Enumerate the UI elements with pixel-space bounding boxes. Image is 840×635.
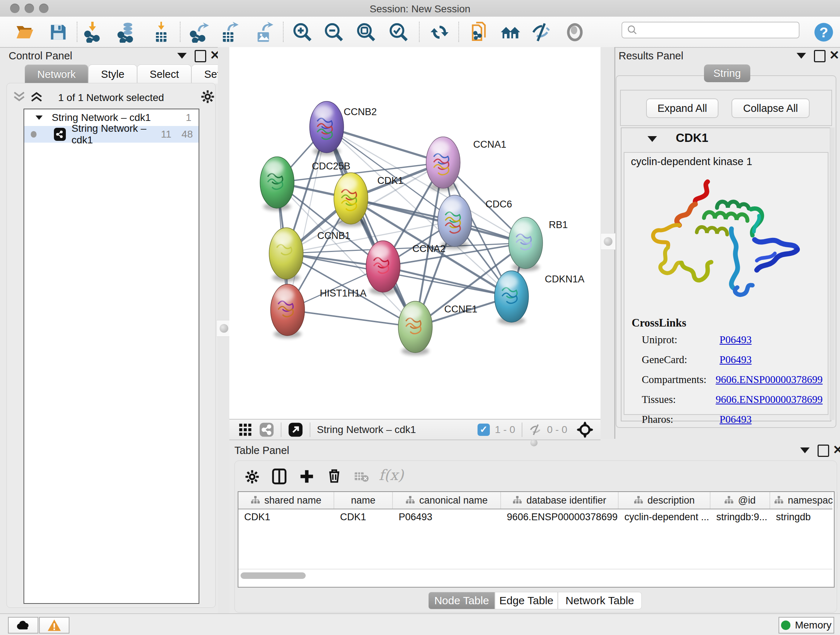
table-cell[interactable]: P06493: [393, 509, 501, 525]
crosslink-value-link[interactable]: 9606.ENSP00000378699: [715, 394, 823, 405]
search-input[interactable]: [638, 24, 791, 36]
gene-collapse-icon[interactable]: [647, 136, 657, 142]
tab-network[interactable]: Network: [25, 65, 88, 84]
cloud-status-button[interactable]: [8, 617, 38, 633]
tab-style[interactable]: Style: [88, 65, 137, 84]
open-in-window-icon[interactable]: [288, 422, 303, 437]
column-header-description[interactable]: description: [619, 492, 711, 509]
hide-selected-button[interactable]: [529, 20, 553, 44]
grid-view-icon[interactable]: [238, 423, 253, 437]
column-header-name[interactable]: name: [334, 492, 393, 509]
node-RB1[interactable]: RB1: [508, 217, 568, 271]
node-label-CDK1: CDK1: [377, 175, 403, 186]
tree-expand-icon[interactable]: [35, 116, 43, 120]
column-hierarchy-icon: [724, 496, 734, 505]
crosslink-value-link[interactable]: P06493: [720, 334, 752, 346]
edge-CCNB2-CCNA1[interactable]: [327, 127, 443, 163]
node-CCNA1[interactable]: CCNA1: [426, 137, 507, 191]
column-header--id[interactable]: @id: [711, 492, 770, 509]
network-graph[interactable]: CCNB2CCNA1CDC25BCDK1CDC6RB1CCNB1CCNA2CDK…: [229, 47, 600, 419]
results-panel-collapse-icon[interactable]: [797, 53, 806, 59]
import-network-database-button[interactable]: [115, 20, 139, 44]
apply-layout-button[interactable]: [428, 20, 452, 44]
node-HIST1H1A[interactable]: HIST1H1A: [271, 284, 366, 338]
home-networks-button[interactable]: [499, 20, 523, 44]
column-header-database-identifier[interactable]: database identifier: [501, 492, 619, 509]
collapse-all-button[interactable]: Collapse All: [731, 98, 810, 118]
table-cell[interactable]: stringdb: [770, 509, 837, 525]
column-header-canonical-name[interactable]: canonical name: [393, 492, 501, 509]
node-CDC6[interactable]: CDC6: [438, 195, 512, 249]
table-row[interactable]: CDK1CDK1P064939606.ENSP00000378699cyclin…: [238, 509, 832, 525]
zoom-selected-button[interactable]: [387, 20, 411, 44]
export-network-button[interactable]: [187, 20, 211, 44]
table-panel-close-icon[interactable]: ✕: [833, 445, 840, 455]
save-session-button[interactable]: [46, 20, 70, 44]
warnings-button[interactable]: [39, 617, 69, 633]
network-overview-icon[interactable]: [259, 422, 274, 437]
column-header-label: database identifier: [526, 495, 606, 506]
results-panel-float-icon[interactable]: [814, 50, 826, 62]
column-header-label: namespac: [788, 495, 833, 506]
hidden-eye-icon[interactable]: [529, 423, 543, 437]
tab-string[interactable]: String: [704, 65, 750, 82]
table-panel-float-icon[interactable]: [818, 445, 829, 457]
tab-network-table[interactable]: Network Table: [558, 592, 642, 609]
network-row-selected[interactable]: String Network – cdk1 11 48: [24, 126, 199, 143]
string-import-button[interactable]: [468, 20, 492, 44]
tab-edge-table[interactable]: Edge Table: [495, 592, 558, 609]
control-panel-float-icon[interactable]: [195, 50, 206, 62]
network-view-toolbar: String Network – cdk1 ✓ 1 - 0 0 - 0: [229, 419, 600, 440]
toolbar-separator: [419, 22, 420, 42]
node-CCNB2[interactable]: CCNB2: [309, 101, 377, 155]
toolbar-search[interactable]: [622, 22, 799, 38]
memory-status-dot: [781, 621, 790, 630]
memory-button[interactable]: Memory: [778, 617, 834, 633]
table-h-scrollbar[interactable]: [240, 572, 306, 579]
crosslink-value-link[interactable]: P06493: [720, 413, 752, 425]
results-panel-close-icon[interactable]: ✕: [829, 50, 840, 60]
table-cell[interactable]: CDK1: [238, 509, 334, 525]
right-splitter-handle[interactable]: [600, 233, 616, 250]
export-table-button[interactable]: [217, 20, 241, 44]
import-table-button[interactable]: [150, 20, 174, 44]
table-settings-gear-icon[interactable]: [244, 469, 260, 485]
help-button[interactable]: ?: [812, 20, 836, 44]
table-cell[interactable]: cyclin-dependent ...: [619, 509, 711, 525]
gear-icon[interactable]: [200, 89, 215, 104]
results-scrollbar[interactable]: [830, 127, 835, 420]
tab-select[interactable]: Select: [137, 65, 192, 84]
column-hierarchy-icon: [406, 496, 415, 505]
add-column-icon[interactable]: [298, 468, 315, 485]
control-panel-collapse-icon[interactable]: [177, 53, 187, 59]
crosslink-value-link[interactable]: P06493: [720, 354, 752, 366]
expand-all-button[interactable]: Expand All: [646, 98, 718, 118]
table-cell[interactable]: 9606.ENSP00000378699: [501, 509, 619, 525]
crosslink-value-link[interactable]: 9606.ENSP00000378699: [715, 374, 823, 386]
table-cell[interactable]: stringdb:9...: [711, 509, 770, 525]
import-network-file-button[interactable]: [82, 20, 106, 44]
edge-HIST1H1A-CCNE1[interactable]: [287, 310, 415, 327]
delete-column-icon[interactable]: [326, 467, 343, 484]
open-session-button[interactable]: [13, 20, 37, 44]
toolbar-separator: [180, 22, 180, 42]
show-graphics-details-button[interactable]: [563, 20, 587, 44]
selected-nodes-checkbox[interactable]: ✓: [477, 424, 490, 436]
select-columns-icon[interactable]: [271, 468, 287, 485]
zoom-out-button[interactable]: [322, 20, 346, 44]
node-CDK1[interactable]: CDK1: [334, 173, 403, 226]
column-header-namespac[interactable]: namespac: [770, 492, 837, 509]
network-view[interactable]: CCNB2CCNA1CDC25BCDK1CDC6RB1CCNB1CCNA2CDK…: [229, 47, 600, 419]
fit-crosshair-icon[interactable]: [576, 421, 593, 438]
node-CDKN1A[interactable]: CDKN1A: [494, 271, 584, 325]
zoom-fit-button[interactable]: [354, 20, 378, 44]
column-header-shared-name[interactable]: shared name: [238, 492, 334, 509]
network-collection-label: String Network – cdk1: [52, 112, 151, 124]
tab-node-table[interactable]: Node Table: [428, 592, 495, 609]
node-CCNB1[interactable]: CCNB1: [269, 228, 351, 282]
export-image-button[interactable]: [252, 20, 276, 44]
node-CCNA2[interactable]: CCNA2: [366, 241, 446, 295]
zoom-in-button[interactable]: [291, 20, 314, 44]
table-cell[interactable]: CDK1: [334, 509, 393, 525]
table-panel-collapse-icon[interactable]: [800, 448, 810, 453]
